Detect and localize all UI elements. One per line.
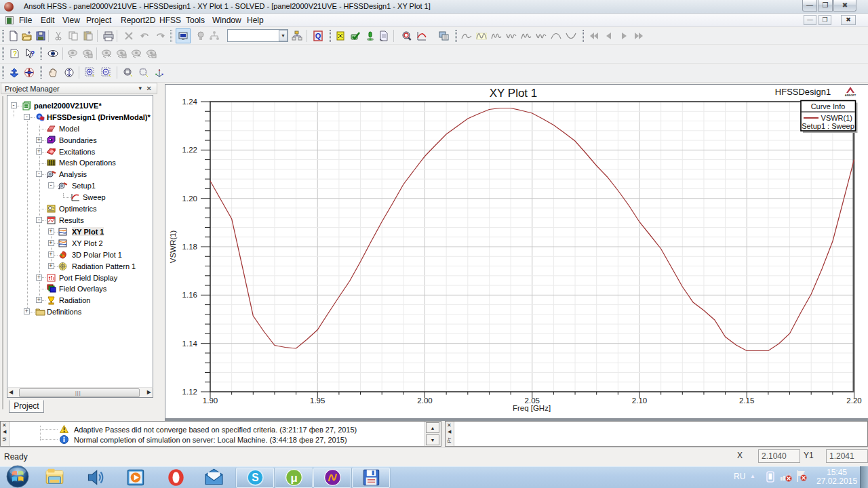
svg-text:2.10: 2.10 — [632, 396, 647, 405]
svg-text:XY Plot 1: XY Plot 1 — [490, 87, 538, 100]
svg-text:HFSSDesign1: HFSSDesign1 — [775, 87, 831, 97]
svg-text:Curve Info: Curve Info — [811, 102, 846, 110]
svg-text:2.20: 2.20 — [846, 396, 861, 405]
svg-text:VSWR(1): VSWR(1) — [821, 114, 852, 122]
svg-text:Setup1 : Sweep: Setup1 : Sweep — [802, 122, 854, 130]
svg-text:1.95: 1.95 — [310, 396, 325, 405]
svg-text:2.00: 2.00 — [417, 396, 432, 405]
svg-text:S: S — [252, 472, 258, 483]
svg-text:1.22: 1.22 — [182, 146, 197, 154]
svg-text:VSWR(1): VSWR(1) — [169, 230, 177, 264]
svg-text:?: ? — [13, 50, 17, 58]
svg-text:1.20: 1.20 — [182, 195, 197, 203]
svg-text:1.18: 1.18 — [182, 243, 197, 251]
svg-text:?: ? — [31, 50, 35, 58]
svg-text:Q: Q — [315, 32, 321, 40]
svg-text:2.15: 2.15 — [739, 396, 754, 405]
svg-text:1.24: 1.24 — [182, 98, 198, 106]
svg-text:μ: μ — [290, 472, 297, 485]
svg-text:1.16: 1.16 — [182, 291, 197, 299]
svg-text:Freq [GHz]: Freq [GHz] — [513, 404, 551, 412]
svg-text:1.12: 1.12 — [182, 388, 197, 396]
svg-text:ANSOFT: ANSOFT — [845, 94, 856, 97]
svg-text:1.14: 1.14 — [182, 340, 198, 348]
svg-text:1.90: 1.90 — [203, 396, 218, 405]
